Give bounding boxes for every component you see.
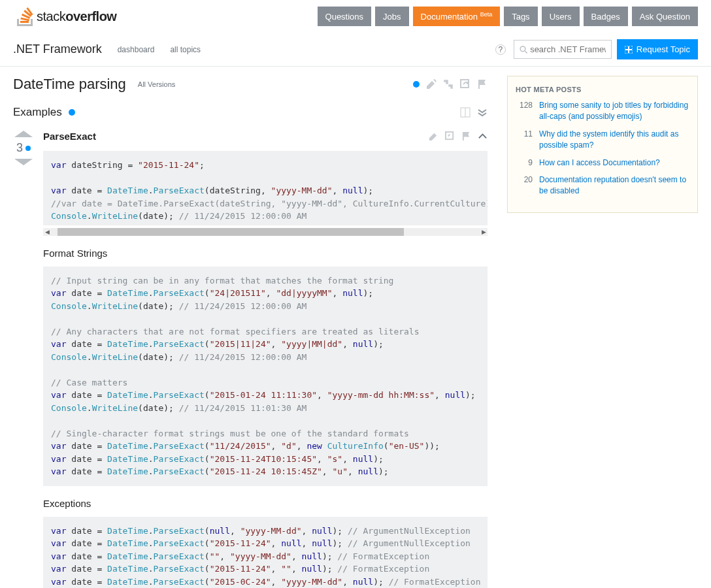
flag-icon[interactable] (477, 79, 488, 90)
doc-tag-title: .NET Framework (13, 42, 102, 56)
link-icon[interactable] (460, 79, 471, 90)
example-edit-icon[interactable] (429, 131, 438, 141)
code-block-1: var dateString = "2015-11-24"; var date … (43, 151, 488, 225)
request-topic-button[interactable]: Request Topic (617, 39, 698, 59)
tab-all-topics[interactable]: all topics (170, 45, 201, 54)
meta-score: 20 (516, 174, 533, 197)
cite-icon[interactable] (443, 79, 454, 90)
meta-post: 20Documentation reputation doesn't seem … (516, 174, 689, 197)
meta-score: 9 (516, 157, 533, 169)
exceptions-heading: Exceptions (43, 498, 488, 509)
meta-link[interactable]: Documentation reputation doesn't seem to… (539, 174, 689, 197)
edit-icon[interactable] (426, 79, 437, 90)
example-collapse-icon[interactable] (478, 131, 488, 141)
search-box[interactable] (514, 40, 612, 59)
meta-score: 11 (516, 129, 533, 151)
nav-ask-question[interactable]: Ask Question (632, 7, 698, 26)
example-link-icon[interactable] (445, 131, 455, 141)
nav-documentation[interactable]: Documentation Beta (413, 7, 501, 26)
nav-badges[interactable]: Badges (584, 7, 628, 26)
example-flag-icon[interactable] (461, 131, 471, 141)
meta-post: 11Why did the system identify this audit… (516, 129, 689, 151)
meta-heading: HOT META POSTS (516, 86, 689, 93)
meta-post: 9How can I access Documentation? (516, 157, 689, 169)
vote-score: 3 (16, 141, 31, 155)
svg-rect-3 (625, 49, 632, 50)
columns-icon[interactable] (460, 107, 471, 118)
meta-link[interactable]: Why did the system identify this audit a… (539, 129, 689, 151)
collapse-all-icon[interactable] (477, 107, 488, 118)
svg-point-0 (520, 46, 525, 52)
code-block-2: // Input string can be in any format tha… (43, 267, 488, 486)
examples-pending-dot[interactable] (69, 109, 75, 116)
upvote-button[interactable] (14, 131, 33, 137)
code-block-3: var date = DateTime.ParseExact(null, "yy… (43, 517, 488, 588)
meta-link[interactable]: Bring some sanity to job titles by forbi… (539, 100, 689, 122)
pending-dot[interactable] (413, 81, 420, 88)
downvote-button[interactable] (14, 159, 33, 165)
logo-text: stackoverflow (37, 9, 116, 24)
nav-tags[interactable]: Tags (504, 7, 537, 26)
hot-meta-posts: HOT META POSTS 128Bring some sanity to j… (507, 76, 698, 213)
topic-title: DateTime parsing (13, 76, 126, 93)
help-icon[interactable]: ? (495, 44, 506, 55)
example-title: ParseExact (43, 131, 96, 142)
versions-link[interactable]: All Versions (138, 80, 175, 88)
tab-dashboard[interactable]: dashboard (118, 45, 155, 54)
scrollbar-thumb[interactable] (58, 228, 404, 236)
plus-icon (625, 46, 633, 54)
format-strings-heading: Format Strings (43, 248, 488, 259)
stackoverflow-icon (17, 7, 34, 26)
nav-jobs[interactable]: Jobs (375, 7, 408, 26)
meta-post: 128Bring some sanity to job titles by fo… (516, 100, 689, 122)
logo[interactable]: stackoverflow (17, 7, 116, 26)
examples-heading: Examples (13, 106, 62, 119)
svg-line-1 (525, 51, 527, 53)
meta-link[interactable]: How can I access Documentation? (539, 157, 660, 169)
meta-score: 128 (516, 100, 533, 122)
search-input[interactable] (530, 44, 606, 54)
nav-questions[interactable]: Questions (318, 7, 372, 26)
nav-users[interactable]: Users (542, 7, 580, 26)
search-icon (520, 45, 527, 54)
code-scrollbar[interactable]: ◀ ▶ (43, 228, 488, 236)
